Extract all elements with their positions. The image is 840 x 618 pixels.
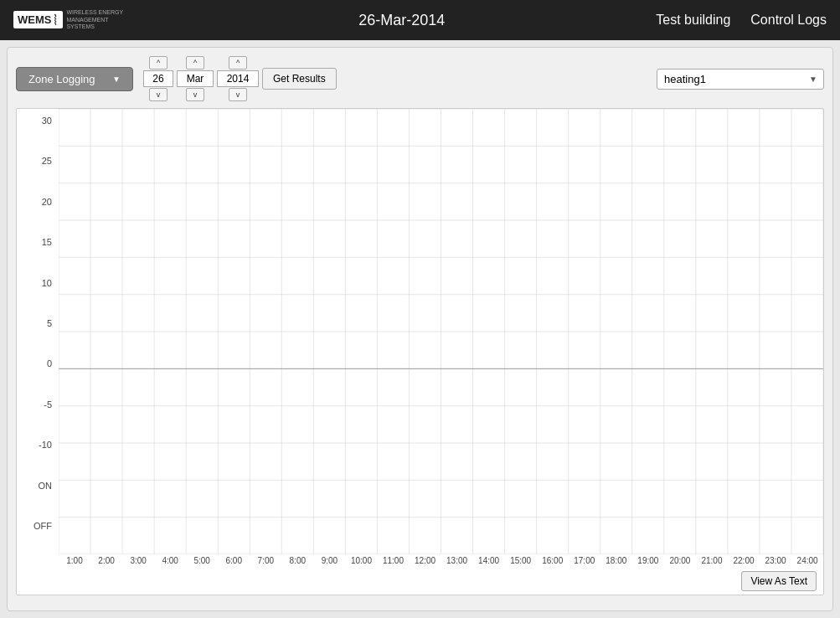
- x-axis-label: 9:00: [313, 556, 345, 571]
- chart-container: 302520151050-5-10ONOFF 1:002:003:004:005…: [16, 108, 824, 595]
- zone-logging-label: Zone Logging: [28, 73, 95, 85]
- x-axis-label: 14:00: [473, 556, 505, 571]
- x-axis-label: 4:00: [154, 556, 186, 571]
- day-down-button[interactable]: v: [149, 88, 167, 101]
- header-date: 26-Mar-2014: [147, 12, 656, 29]
- building-name: Test building: [656, 13, 730, 28]
- chart-inner: 302520151050-5-10ONOFF: [17, 109, 823, 554]
- x-axis-label: 15:00: [505, 556, 537, 571]
- month-spinner: ^ v: [177, 56, 214, 101]
- x-axis-label: 7:00: [250, 556, 281, 571]
- get-results-button[interactable]: Get Results: [262, 68, 337, 90]
- y-axis-label: 15: [23, 237, 55, 247]
- logo-text: WEMS: [18, 13, 51, 26]
- y-axis-label: 5: [23, 318, 55, 328]
- view-as-text-button[interactable]: View As Text: [741, 571, 817, 591]
- x-axis-label: 21:00: [696, 556, 728, 571]
- x-axis-label: 24:00: [791, 556, 823, 571]
- y-axis-label: -10: [23, 440, 55, 450]
- logo: WEMS ⦚: [13, 11, 63, 28]
- y-axis-label: OFF: [23, 521, 55, 531]
- zone-select-container: heating1heating2cooling1: [657, 69, 824, 90]
- month-down-button[interactable]: v: [186, 88, 204, 101]
- day-up-button[interactable]: ^: [149, 56, 167, 70]
- chart-svg: [59, 109, 823, 554]
- logo-area: WEMS ⦚ WIRELESS ENERGYMANAGEMENT SYSTEMS: [13, 9, 147, 30]
- x-axis-label: 3:00: [122, 556, 154, 571]
- day-input[interactable]: [143, 70, 173, 87]
- y-axis-label: ON: [23, 481, 55, 491]
- zone-select-wrapper: heating1heating2cooling1: [657, 69, 824, 90]
- year-spinner: ^ v: [217, 56, 259, 101]
- header: WEMS ⦚ WIRELESS ENERGYMANAGEMENT SYSTEMS…: [0, 0, 840, 40]
- zone-logging-button[interactable]: Zone Logging ▼: [16, 67, 133, 91]
- y-axis: 302520151050-5-10ONOFF: [17, 109, 59, 554]
- x-axis-label: 13:00: [441, 556, 473, 571]
- y-axis-label: 30: [23, 116, 55, 126]
- x-axis-label: 2:00: [90, 556, 122, 571]
- y-axis-label: 25: [23, 156, 55, 166]
- zone-select[interactable]: heating1heating2cooling1: [657, 69, 824, 90]
- x-axis-label: 22:00: [728, 556, 760, 571]
- header-right: Test building Control Logs: [656, 13, 827, 28]
- main-content: Zone Logging ▼ ^ v ^ v ^ v: [7, 47, 833, 611]
- x-axis-label: 8:00: [281, 556, 313, 571]
- year-up-button[interactable]: ^: [229, 56, 247, 70]
- controls-row: Zone Logging ▼ ^ v ^ v ^ v: [16, 56, 824, 101]
- x-axis-label: 1:00: [59, 556, 90, 571]
- month-up-button[interactable]: ^: [186, 56, 204, 70]
- date-picker: ^ v ^ v ^ v Get Results: [143, 56, 337, 101]
- section-title: Control Logs: [750, 13, 827, 28]
- month-input[interactable]: [177, 70, 214, 87]
- y-axis-label: 20: [23, 197, 55, 207]
- year-input[interactable]: [217, 70, 259, 87]
- x-axis-label: 17:00: [569, 556, 600, 571]
- x-axis-label: 6:00: [218, 556, 250, 571]
- x-axis-label: 19:00: [632, 556, 664, 571]
- x-axis-label: 11:00: [377, 556, 409, 571]
- x-axis-label: 10:00: [345, 556, 377, 571]
- y-axis-label: -5: [23, 399, 55, 409]
- year-down-button[interactable]: v: [229, 88, 247, 101]
- chart-grid-area: [59, 109, 823, 554]
- y-axis-label: 0: [23, 358, 55, 368]
- x-axis-label: 23:00: [760, 556, 791, 571]
- logo-subtitle: WIRELESS ENERGYMANAGEMENT SYSTEMS: [66, 9, 125, 30]
- x-axis: 1:002:003:004:005:006:007:008:009:0010:0…: [17, 554, 823, 571]
- x-axis-label: 5:00: [186, 556, 218, 571]
- x-axis-label: 18:00: [600, 556, 632, 571]
- day-spinner: ^ v: [143, 56, 173, 101]
- zone-logging-dropdown-icon: ▼: [112, 75, 121, 84]
- x-axis-label: 16:00: [537, 556, 569, 571]
- bottom-row: View As Text: [17, 571, 823, 595]
- x-axis-label: 12:00: [410, 556, 441, 571]
- y-axis-label: 10: [23, 278, 55, 288]
- x-axis-label: 20:00: [664, 556, 696, 571]
- logo-signal-icon: ⦚: [53, 13, 59, 26]
